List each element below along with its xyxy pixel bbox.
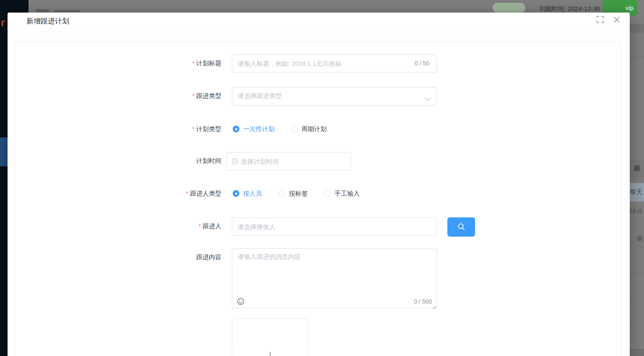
add-followup-plan-dialog: 新增跟进计划 *计划标题 0 / 50 *跟进类型 请选择跟进类型 — [8, 13, 630, 356]
table-divider — [630, 57, 644, 57]
follow-type-select[interactable]: 请选择跟进类型 — [232, 87, 437, 106]
follower-type-radio-group: 按人员 按标签 手工输入 — [233, 190, 360, 197]
upload-plus-icon — [270, 352, 271, 356]
plan-time-picker-wrap — [226, 152, 351, 170]
plan-time-label: 计划时间 — [196, 157, 221, 165]
plan-time-input[interactable] — [226, 152, 351, 170]
emoji-icon[interactable] — [237, 298, 244, 305]
table-divider — [630, 273, 644, 273]
fullscreen-icon[interactable] — [597, 16, 604, 23]
table-divider — [630, 298, 644, 298]
radio-one-time-plan[interactable]: 一次性计划 — [233, 125, 275, 133]
content-textarea-wrap: 0 / 500 — [232, 248, 437, 308]
expire-date-text: 到期时间: 2024-12-30 — [539, 5, 600, 13]
resize-handle-icon[interactable] — [432, 303, 436, 307]
follow-type-label: *跟进类型 — [192, 92, 221, 100]
search-recipient-button[interactable] — [447, 217, 475, 237]
dimmed-topbar: 到期时间: 2024-12-30 — [29, 0, 644, 13]
radio-dot-icon — [233, 190, 239, 197]
upload-dropzone[interactable] — [232, 318, 308, 356]
required-mark: * — [199, 223, 201, 230]
table-divider — [630, 246, 644, 247]
content-textarea[interactable] — [232, 248, 437, 308]
radio-dot-icon — [291, 126, 298, 132]
radio-dot-icon — [233, 126, 239, 132]
row-fragment: 前 — [637, 235, 643, 243]
radio-dot-icon — [324, 190, 331, 197]
plan-title-counter: 0 / 50 — [415, 60, 429, 67]
follower-label: *跟进人 — [199, 222, 221, 230]
content-label: 跟进内容 — [196, 253, 221, 261]
radio-manual-input[interactable]: 手工输入 — [324, 190, 360, 198]
plan-title-label: *计划标题 — [192, 59, 221, 67]
follower-type-label: *跟进人类型 — [186, 190, 221, 198]
radio-dot-icon — [278, 190, 285, 197]
topbar-text-fragment — [54, 10, 80, 12]
follower-input[interactable] — [232, 217, 437, 236]
dialog-title: 新增跟进计划 — [26, 16, 69, 26]
follow-type-select-wrap: 请选择跟进类型 — [232, 87, 437, 106]
dialog-header: 新增跟进计划 — [8, 13, 630, 32]
clock-icon — [231, 158, 238, 166]
required-mark: * — [186, 190, 188, 197]
row-fragment: 每天 — [630, 188, 644, 196]
topbar-text-fragment — [36, 9, 49, 12]
table-divider — [630, 323, 644, 323]
radio-by-person[interactable]: 按人员 — [233, 190, 262, 198]
radio-by-tag[interactable]: 按标签 — [278, 190, 308, 198]
plan-type-label: *计划类型 — [192, 125, 221, 133]
plan-type-radio-group: 一次性计划 周期计划 — [233, 125, 327, 133]
chevron-down-icon — [425, 95, 431, 103]
dimmed-pill-button — [493, 3, 525, 13]
required-mark: * — [192, 93, 195, 99]
content-counter: 0 / 500 — [414, 298, 432, 305]
plan-title-input[interactable] — [232, 54, 437, 72]
table-header-fragment: 跟 — [634, 165, 640, 173]
radio-periodic-plan[interactable]: 周期计划 — [291, 125, 327, 133]
plan-title-field-wrap: 0 / 50 — [232, 54, 437, 72]
follower-field-wrap — [232, 217, 437, 236]
app-logo: r — [1, 17, 5, 29]
required-mark: * — [192, 60, 195, 67]
follow-type-placeholder: 请选择跟进类型 — [238, 92, 282, 100]
search-icon — [457, 222, 465, 232]
close-icon[interactable] — [613, 16, 621, 23]
required-mark: * — [192, 126, 195, 132]
row-fragment: 24-0 — [629, 207, 644, 214]
